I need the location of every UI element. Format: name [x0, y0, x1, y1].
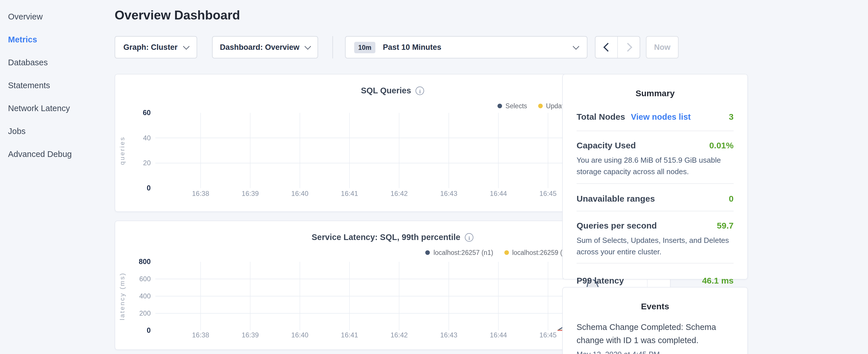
summary-title: Summary	[577, 74, 734, 98]
stat-description: Sum of Selects, Updates, Inserts, and De…	[577, 235, 734, 257]
stat-value: 0	[729, 194, 734, 203]
stat-description: You are using 28.6 MiB of 515.9 GiB usab…	[577, 155, 734, 177]
sidebar-item-databases[interactable]: Databases	[0, 51, 115, 74]
summary-row-unavailable-ranges: Unavailable ranges 0	[577, 184, 734, 212]
x-tick-label: 16:45	[539, 190, 557, 197]
left-nav: OverviewMetricsDatabasesStatementsNetwor…	[0, 0, 115, 165]
sidebar-item-overview[interactable]: Overview	[0, 5, 115, 28]
y-tick-label: 40	[143, 134, 151, 142]
x-tick-label: 16:42	[391, 190, 408, 197]
y-tick-label: 200	[139, 309, 151, 317]
x-tick-label: 16:40	[291, 331, 308, 339]
stat-label: Queries per second	[577, 221, 657, 230]
sidebar-item-network-latency[interactable]: Network Latency	[0, 97, 115, 120]
chevron-down-icon	[305, 43, 311, 50]
x-tick-label: 16:43	[440, 331, 457, 339]
summary-row-capacity: Capacity Used 0.01% You are using 28.6 M…	[577, 131, 734, 184]
x-tick-label: 16:42	[391, 331, 408, 339]
chevron-down-icon	[183, 43, 189, 50]
divider	[333, 36, 333, 58]
sidebar-item-advanced-debug[interactable]: Advanced Debug	[0, 142, 115, 165]
x-tick-label: 16:45	[539, 331, 557, 339]
now-button[interactable]: Now	[646, 36, 679, 58]
x-tick-label: 16:44	[490, 331, 507, 339]
legend-item[interactable]: Selects	[497, 102, 527, 109]
y-tick-label: 600	[139, 275, 151, 283]
chart-title: Service Latency: SQL, 99th percentile	[312, 232, 461, 242]
time-range-dropdown[interactable]: 10m Past 10 Minutes	[345, 36, 587, 58]
dashboard-dropdown[interactable]: Dashboard: Overview	[212, 36, 318, 58]
sidebar-item-statements[interactable]: Statements	[0, 74, 115, 97]
y-tick-label: 0	[147, 326, 151, 334]
chevron-right-icon	[623, 43, 632, 52]
x-tick-label: 16:40	[291, 190, 308, 197]
chevron-left-icon	[603, 43, 612, 52]
legend-item[interactable]: localhost:26259 (n2)	[504, 249, 572, 256]
legend-label: Selects	[505, 102, 527, 109]
time-range-label: Past 10 Minutes	[383, 43, 574, 52]
sidebar-item-jobs[interactable]: Jobs	[0, 120, 115, 142]
controls-bar: Graph: Cluster Dashboard: Overview 10m P…	[115, 36, 679, 58]
x-tick-label: 16:38	[192, 331, 209, 339]
stat-value: 59.7	[717, 221, 734, 230]
stat-value: 46.1 ms	[702, 276, 734, 285]
summary-card: Summary Total Nodes View nodes list 3 Ca…	[562, 74, 748, 280]
legend-label: localhost:26257 (n1)	[434, 249, 493, 256]
dashboard-label: Dashboard: Overview	[220, 43, 300, 52]
y-tick-label: 400	[139, 292, 151, 300]
x-tick-label: 16:39	[242, 331, 259, 339]
y-tick-label: 0	[147, 184, 151, 192]
x-tick-label: 16:43	[440, 190, 457, 197]
events-card: Events Schema Change Completed: Schema c…	[562, 287, 748, 354]
x-tick-label: 16:41	[341, 190, 358, 197]
summary-row-total-nodes: Total Nodes View nodes list 3	[577, 98, 734, 131]
graph-scope-label: Graph: Cluster	[123, 43, 177, 52]
legend-dot-icon	[504, 250, 509, 255]
y-tick-label: 20	[143, 159, 151, 167]
chart-title: SQL Queries	[361, 86, 411, 95]
summary-row-qps: Queries per second 59.7 Sum of Selects, …	[577, 212, 734, 263]
legend-dot-icon	[497, 104, 502, 108]
sidebar-item-metrics[interactable]: Metrics	[0, 28, 115, 51]
legend-dot-icon	[538, 104, 542, 108]
time-step-buttons	[595, 36, 640, 58]
legend-dot-icon	[426, 250, 430, 255]
legend-item[interactable]: localhost:26257 (n1)	[426, 249, 493, 256]
y-tick-label: 800	[139, 257, 151, 265]
stat-label: Total Nodes	[577, 112, 625, 122]
stat-label: Capacity Used	[577, 140, 636, 150]
stat-value: 3	[729, 112, 734, 122]
x-tick-label: 16:44	[490, 190, 507, 197]
stat-value: 0.01%	[709, 140, 734, 150]
event-text[interactable]: Schema Change Completed: Schema change w…	[577, 321, 734, 347]
time-range-badge: 10m	[354, 41, 375, 53]
graph-scope-dropdown[interactable]: Graph: Cluster	[115, 36, 197, 58]
page-title: Overview Dashboard	[115, 8, 671, 23]
app-root: OverviewMetricsDatabasesStatementsNetwor…	[0, 0, 868, 354]
event-timestamp: May 13, 2020 at 4:45 PM	[577, 350, 734, 354]
info-icon[interactable]: i	[416, 86, 425, 95]
view-nodes-link[interactable]: View nodes list	[631, 112, 691, 122]
info-icon[interactable]: i	[465, 233, 474, 242]
x-tick-label: 16:41	[341, 331, 358, 339]
x-tick-label: 16:38	[192, 190, 209, 197]
time-next-button[interactable]	[617, 37, 640, 58]
events-title: Events	[577, 288, 734, 311]
main-content: Overview Dashboard Graph: Cluster Dashbo…	[115, 0, 671, 23]
chevron-down-icon	[573, 43, 580, 50]
y-axis-label: queries	[119, 136, 126, 165]
y-tick-label: 60	[143, 109, 151, 117]
stat-label: P99 latency	[577, 276, 624, 285]
y-axis-label: latency (ms)	[119, 272, 126, 320]
time-prev-button[interactable]	[595, 37, 617, 58]
x-tick-label: 16:39	[242, 190, 259, 197]
stat-label: Unavailable ranges	[577, 194, 655, 203]
